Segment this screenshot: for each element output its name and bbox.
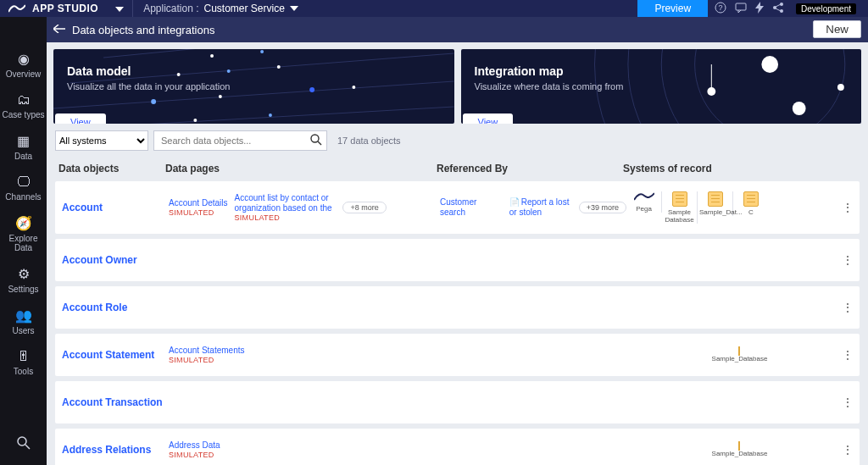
nav-overview[interactable]: ◉Overview	[0, 46, 47, 87]
users-icon: 👥	[0, 307, 47, 324]
data-object-link[interactable]: Account	[62, 202, 103, 213]
view-data-model-button[interactable]: View	[55, 113, 106, 124]
application-switcher[interactable]: Application : Customer Service	[132, 0, 305, 17]
ref-type-icon: 📄	[509, 197, 520, 207]
left-nav-rail: ◉Overview 🗂Case types ▦Data 🖵Channels 🧭E…	[0, 17, 47, 465]
table-row: AccountAccount DetailsSIMULATEDAccount l…	[55, 181, 860, 234]
monitor-icon: 🖵	[0, 174, 47, 190]
row-actions-menu[interactable]: ⋮	[842, 253, 853, 267]
more-refs-pill[interactable]: +39 more	[579, 202, 626, 213]
column-headers: Data objects Data pages Referenced By Sy…	[47, 158, 868, 181]
data-model-sub: Visualize all the data in your applicati…	[67, 81, 441, 91]
help-icon[interactable]: ?	[715, 2, 726, 16]
gauge-icon: ◉	[0, 51, 47, 67]
compass-icon: 🧭	[0, 215, 47, 231]
simulated-badge: SIMULATED	[234, 213, 336, 222]
pega-icon	[634, 191, 654, 203]
view-integration-map-button[interactable]: View	[463, 113, 514, 124]
integration-map-card: Integration map Visualize where data is …	[461, 49, 862, 124]
search-input[interactable]	[153, 130, 327, 151]
nav-explore-data[interactable]: 🧭Explore Data	[0, 210, 47, 261]
nav-settings[interactable]: ⚙Settings	[0, 261, 47, 302]
nav-search[interactable]	[0, 424, 47, 465]
svg-line-7	[103, 49, 453, 58]
system-chip[interactable]: Sample_Dat...	[698, 191, 733, 216]
data-page-link[interactable]: Address Data	[169, 440, 220, 451]
system-chip-label: Sample_Database	[712, 355, 768, 363]
row-actions-menu[interactable]: ⋮	[842, 301, 853, 314]
table-row: Address RelationsAddress DataSIMULATEDSa…	[55, 429, 860, 465]
nav-channels[interactable]: 🖵Channels	[0, 169, 47, 210]
data-object-link[interactable]: Account Owner	[62, 254, 137, 266]
search-icon[interactable]	[310, 134, 322, 148]
row-actions-menu[interactable]: ⋮	[842, 443, 853, 457]
new-button[interactable]: New	[813, 20, 861, 38]
simulated-badge: SIMULATED	[169, 208, 227, 217]
bolt-icon[interactable]	[755, 2, 764, 16]
table-row: Account Owner⋮	[55, 239, 860, 281]
svg-point-31	[311, 135, 319, 142]
system-chip-label: C	[735, 208, 767, 216]
system-filter-select[interactable]: All systems	[55, 130, 148, 151]
data-model-card: Data model Visualize all the data in you…	[53, 49, 454, 124]
system-chip[interactable]: Sample_Database	[712, 347, 768, 363]
studio-switcher[interactable]	[107, 3, 132, 14]
data-object-link[interactable]: Account Transaction	[62, 396, 163, 408]
data-model-title: Data model	[67, 64, 441, 78]
environment-pill: Development	[796, 3, 856, 14]
svg-point-21	[269, 113, 272, 117]
svg-line-10	[53, 107, 454, 124]
row-actions-menu[interactable]: ⋮	[842, 348, 853, 362]
col-data-objects: Data objects	[58, 163, 165, 174]
system-chip[interactable]: C	[733, 191, 769, 216]
data-object-link[interactable]: Address Relations	[62, 444, 151, 456]
svg-text:?: ?	[719, 3, 723, 12]
svg-point-6	[18, 437, 26, 446]
table-row: Account Role⋮	[55, 286, 860, 329]
nav-tools[interactable]: 🎚Tools	[0, 344, 47, 385]
gear-icon: ⚙	[0, 266, 47, 282]
data-page-link[interactable]: Account Details	[169, 198, 227, 208]
application-label: Application :	[143, 3, 198, 14]
chat-icon[interactable]	[735, 2, 747, 16]
sliders-icon: 🎚	[0, 349, 47, 364]
database-icon	[743, 191, 759, 207]
system-chip[interactable]: Pega	[626, 191, 662, 213]
nav-data[interactable]: ▦Data	[0, 128, 47, 169]
system-chip-label: Pega	[628, 205, 659, 213]
share-icon[interactable]	[772, 2, 784, 16]
nav-users[interactable]: 👥Users	[0, 302, 47, 344]
svg-rect-2	[736, 3, 746, 10]
pega-logo-icon	[8, 3, 25, 14]
row-actions-menu[interactable]: ⋮	[842, 396, 853, 409]
col-data-pages: Data pages	[165, 163, 437, 174]
data-object-link[interactable]: Account Role	[62, 302, 127, 313]
application-name: Customer Service	[204, 3, 285, 14]
svg-point-11	[210, 54, 214, 58]
back-button[interactable]	[47, 24, 72, 36]
brand-name: APP STUDIO	[32, 3, 98, 14]
table-row: Account StatementAccount StatementsSIMUL…	[55, 334, 860, 376]
row-actions-menu[interactable]: ⋮	[842, 201, 853, 214]
data-page-link[interactable]: Account Statements	[169, 346, 245, 356]
database-icon	[708, 191, 723, 207]
page-title: Data objects and integrations	[72, 24, 214, 36]
preview-button[interactable]: Preview	[637, 0, 708, 17]
object-count: 17 data objects	[337, 136, 401, 146]
integration-map-sub: Visualize where data is coming from	[475, 81, 849, 91]
referenced-by-link[interactable]: 📄Report a lost or stolen	[509, 197, 570, 218]
simulated-badge: SIMULATED	[169, 356, 245, 364]
data-page-link[interactable]: Account list by contact or organization …	[234, 193, 336, 213]
svg-point-20	[193, 119, 197, 122]
more-data-pages-pill[interactable]: +8 more	[342, 202, 386, 213]
data-object-link[interactable]: Account Statement	[62, 349, 154, 361]
grid-icon: ▦	[0, 133, 47, 149]
system-chip[interactable]: Sample Database	[662, 191, 698, 224]
nav-case-types[interactable]: 🗂Case types	[0, 87, 47, 128]
col-referenced-by: Referenced By	[437, 163, 623, 174]
system-chip-label: Sample_Database	[712, 450, 768, 457]
chevron-down-icon	[290, 6, 298, 11]
system-chip[interactable]: Sample_Database	[712, 442, 768, 457]
integration-map-title: Integration map	[475, 64, 849, 78]
referenced-by-link[interactable]: Customer search	[440, 197, 501, 218]
